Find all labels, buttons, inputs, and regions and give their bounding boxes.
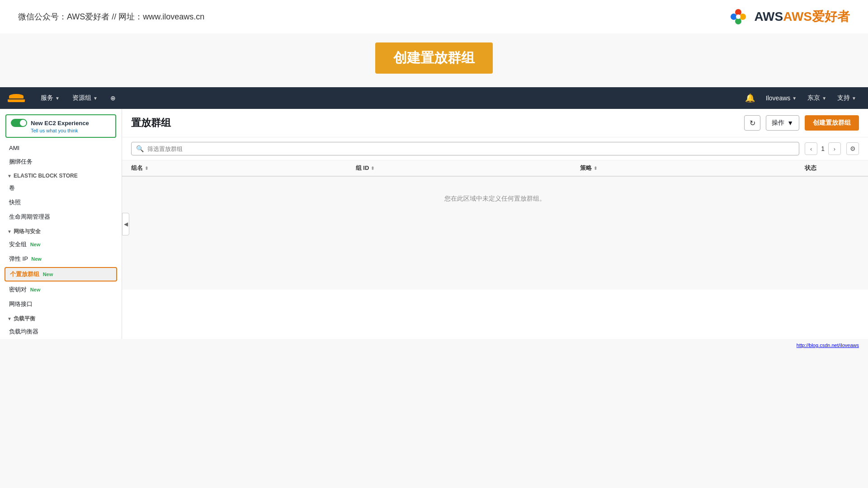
sidebar-item-network-interfaces[interactable]: 网络接口 — [0, 297, 122, 311]
search-bar-row: 🔍 ‹ 1 › ⚙ — [122, 137, 868, 160]
sidebar: New EC2 Experience Tell us what you thin… — [0, 109, 122, 339]
th-group-id-label: 组 ID — [356, 164, 369, 172]
page-number: 1 — [819, 145, 826, 152]
sidebar-item-ami[interactable]: AMI — [0, 141, 122, 155]
aws-nav: 服务 ▼ 资源组 ▼ ⊕ 🔔 Iloveaws ▼ 东京 ▼ 支持 ▼ — [0, 87, 868, 109]
th-group-id: 组 ID ⬍ — [356, 164, 580, 172]
actions-button[interactable]: 操作 ▼ — [766, 115, 799, 131]
sidebar-lifecycle-label: 生命周期管理器 — [9, 213, 50, 220]
pg-new-badge: New — [43, 272, 53, 277]
bell-icon[interactable]: 🔔 — [741, 93, 760, 103]
table-empty-message: 您在此区域中未定义任何置放群组。 — [444, 195, 546, 203]
ec2-banner-title: New EC2 Experience — [31, 120, 89, 127]
aws-nav-logo — [7, 91, 25, 105]
network-section-title: 网络与安全 — [14, 228, 41, 235]
prev-page-button[interactable]: ‹ — [805, 142, 817, 155]
svg-point-0 — [735, 9, 741, 15]
actions-label: 操作 — [772, 119, 784, 127]
nav-resources-label: 资源组 — [72, 94, 91, 102]
nav-user[interactable]: Iloveaws ▼ — [761, 87, 801, 109]
ebs-triangle: ▼ — [7, 174, 12, 178]
nav-region[interactable]: 东京 ▼ — [803, 87, 831, 109]
sidebar-snapshots-label: 快照 — [9, 199, 21, 206]
page-title-banner: 创建置放群组 — [0, 33, 868, 87]
th-group-id-sort[interactable]: ⬍ — [371, 166, 374, 171]
nav-services-chevron: ▼ — [55, 96, 60, 101]
aws-nav-icon — [7, 91, 25, 105]
table-header: 组名 ⬍ 组 ID ⬍ 策略 ⬍ 状态 — [122, 160, 868, 177]
search-input-wrap: 🔍 — [131, 142, 799, 155]
sidebar-item-placement-groups[interactable]: 个置放群组 New — [5, 267, 117, 282]
sidebar-sg-label: 安全组 — [9, 241, 27, 248]
watermark-text: 微信公众号：AWS爱好者 // 网址：www.iloveaws.cn — [18, 11, 204, 22]
svg-point-2 — [735, 18, 741, 24]
sidebar-item-security-groups[interactable]: 安全组 New — [0, 237, 122, 252]
sg-new-badge: New — [30, 242, 41, 247]
sidebar-item-bundle-tasks[interactable]: 捆绑任务 — [0, 155, 122, 169]
svg-point-3 — [731, 14, 737, 20]
sidebar-ni-label: 网络接口 — [9, 300, 33, 307]
collapse-sidebar-button[interactable]: ◀ — [122, 213, 129, 235]
footer-link[interactable]: http://blog.csdn.net/iloveaws — [797, 343, 859, 348]
content-wrapper: ◀ 置放群组 ↻ 操作 ▼ 创建置放群组 🔍 ‹ — [122, 109, 868, 339]
sidebar-pg-label: 个置放群组 — [10, 271, 39, 277]
ec2-experience-banner[interactable]: New EC2 Experience Tell us what you thin… — [5, 114, 116, 138]
sidebar-item-elastic-ip[interactable]: 弹性 IP New — [0, 252, 122, 266]
th-group-name-sort[interactable]: ⬍ — [145, 166, 148, 171]
nav-services[interactable]: 服务 ▼ — [36, 87, 64, 109]
page-title-box: 创建置放群组 — [375, 42, 493, 74]
sidebar-kp-label: 密钥对 — [9, 286, 27, 293]
nav-resources[interactable]: 资源组 ▼ — [68, 87, 102, 109]
watermark-bar: 微信公众号：AWS爱好者 // 网址：www.iloveaws.cn AWSAW… — [0, 0, 868, 33]
sidebar-item-load-balancers[interactable]: 负载均衡器 — [0, 324, 122, 339]
sidebar-item-volumes[interactable]: 卷 — [0, 181, 122, 195]
search-input[interactable] — [147, 145, 794, 152]
pagination-wrap: ‹ 1 › — [805, 142, 841, 155]
sidebar-volumes-label: 卷 — [9, 184, 15, 191]
sidebar-item-lifecycle[interactable]: 生命周期管理器 — [0, 210, 122, 224]
brand-suffix: AWS爱好者 — [783, 9, 850, 23]
svg-point-4 — [736, 14, 741, 19]
nav-services-label: 服务 — [41, 94, 53, 102]
footer: http://blog.csdn.net/iloveaws — [0, 339, 868, 352]
sidebar-section-ebs: ▼ ELASTIC BLOCK STORE — [0, 169, 122, 181]
next-page-button[interactable]: › — [828, 142, 841, 155]
sidebar-section-lb: ▼ 负载平衡 — [0, 311, 122, 324]
aws-brand-text: AWSAWS爱好者 — [754, 8, 850, 25]
th-status-label: 状态 — [805, 164, 816, 172]
ec2-banner-top: New EC2 Experience — [11, 119, 111, 127]
nav-right: 🔔 Iloveaws ▼ 东京 ▼ 支持 ▼ — [741, 87, 861, 109]
lb-section-title: 负载平衡 — [14, 315, 35, 323]
eip-new-badge: New — [31, 256, 42, 262]
nav-favorites[interactable]: ⊕ — [106, 87, 120, 109]
lb-triangle: ▼ — [7, 316, 12, 321]
table-settings-button[interactable]: ⚙ — [846, 142, 859, 155]
nav-user-label: Iloveaws — [766, 94, 790, 102]
table-empty-state: 您在此区域中未定义任何置放群组。 — [122, 177, 868, 290]
nav-support-chevron: ▼ — [852, 96, 856, 101]
star-icon: ⊕ — [110, 94, 116, 102]
sidebar-lb-label: 负载均衡器 — [9, 328, 38, 335]
th-strategy: 策略 ⬍ — [580, 164, 805, 172]
sidebar-eip-label: 弹性 IP — [9, 255, 28, 262]
kp-new-badge: New — [30, 287, 41, 292]
nav-user-chevron: ▼ — [792, 96, 797, 101]
sidebar-bundle-tasks-label: 捆绑任务 — [9, 158, 33, 165]
aws-logo-top — [9, 94, 24, 99]
sidebar-ami-label: AMI — [9, 145, 19, 151]
ec2-banner-subtitle[interactable]: Tell us what you think — [11, 128, 111, 133]
actions-chevron: ▼ — [787, 119, 793, 127]
th-strategy-label: 策略 — [580, 164, 592, 172]
ec2-toggle[interactable] — [11, 119, 27, 127]
create-placement-group-button[interactable]: 创建置放群组 — [805, 115, 859, 131]
sidebar-item-snapshots[interactable]: 快照 — [0, 195, 122, 210]
aws-flower-logo — [727, 5, 750, 28]
sidebar-item-key-pairs[interactable]: 密钥对 New — [0, 282, 122, 297]
content-header: 置放群组 ↻ 操作 ▼ 创建置放群组 — [122, 109, 868, 137]
network-triangle: ▼ — [7, 229, 12, 234]
aws-logo-bottom — [8, 99, 25, 102]
refresh-button[interactable]: ↻ — [744, 115, 760, 131]
main-layout: New EC2 Experience Tell us what you thin… — [0, 109, 868, 339]
th-strategy-sort[interactable]: ⬍ — [594, 166, 597, 171]
nav-support[interactable]: 支持 ▼ — [833, 87, 861, 109]
